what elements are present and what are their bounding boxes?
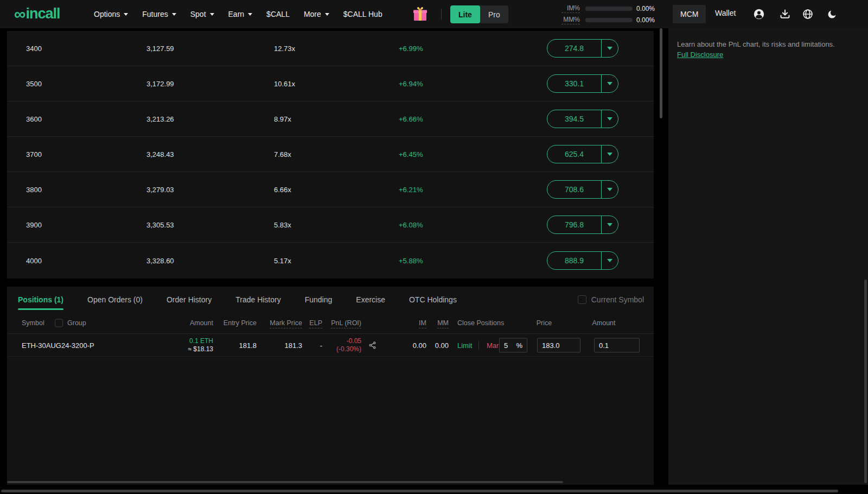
strike-value: 3900: [26, 221, 42, 229]
bid-dropdown-toggle[interactable]: [601, 145, 618, 163]
close-percent-input[interactable]: 5 %: [499, 338, 527, 352]
full-disclosure-link[interactable]: Full Disclosure: [677, 50, 723, 59]
current-symbol-filter[interactable]: Current Symbol: [578, 295, 644, 304]
gift-icon[interactable]: [412, 6, 428, 22]
menu-item[interactable]: Options: [94, 10, 128, 18]
margin-ratio-row: IM% 0.00%: [561, 4, 661, 13]
positions-tab[interactable]: Exercise: [356, 295, 385, 304]
bid-dropdown-toggle[interactable]: [601, 110, 618, 128]
strike-value: 3400: [26, 45, 42, 53]
close-limit-button[interactable]: Limit: [457, 341, 472, 349]
chevron-down-icon: [210, 13, 214, 16]
menu-item-label: More: [304, 10, 321, 18]
main-vertical-scrollbar[interactable]: [660, 28, 662, 118]
position-row: ETH-30AUG24-3200-P 0.1 ETH ≈ $18.13 181.…: [7, 334, 654, 357]
margin-ratio-value: 0.00%: [636, 5, 661, 12]
bid-price-dropdown-button[interactable]: 330.1: [547, 74, 618, 93]
margin-ratio-block: IM% 0.00% MM% 0.00%: [561, 4, 661, 24]
col-im[interactable]: IM: [419, 319, 426, 328]
bid-price-dropdown-button[interactable]: 274.8: [547, 39, 618, 58]
menu-item-label: Options: [94, 10, 120, 18]
account-icon[interactable]: [753, 8, 765, 20]
positions-tab[interactable]: OTC Holdings: [409, 295, 457, 304]
menu-item[interactable]: Earn: [228, 10, 253, 18]
apr-percent: +6.66%: [399, 115, 423, 123]
breakeven-price: 3,279.03: [146, 186, 174, 194]
col-group: Group: [67, 319, 86, 327]
col-price: Price: [517, 319, 571, 327]
bid-price-value: 708.6: [547, 181, 601, 198]
sidebar-vertical-scrollbar[interactable]: [864, 280, 867, 483]
share-pnl-icon[interactable]: [368, 341, 376, 349]
strike-value: 3800: [26, 186, 42, 194]
bid-price-dropdown-button[interactable]: 708.6: [547, 180, 618, 199]
close-price-input[interactable]: 183.0: [537, 338, 580, 352]
menu-item[interactable]: Futures: [142, 10, 176, 18]
menu-item[interactable]: More: [304, 10, 329, 18]
breakeven-price: 3,305.53: [146, 221, 174, 229]
leverage-value: 10.61x: [274, 80, 295, 88]
menu-item[interactable]: Spot: [190, 10, 214, 18]
position-im: 0.00: [399, 341, 426, 349]
options-strike-table: 3400 3,127.59 12.73x +6.99% 274.8 3500 3…: [7, 31, 654, 278]
chevron-down-icon: [607, 188, 612, 191]
chevron-down-icon: [248, 13, 252, 16]
menu-item[interactable]: $CALL: [266, 10, 290, 18]
positions-tab[interactable]: Order History: [167, 295, 212, 304]
bid-price-value: 394.5: [547, 110, 601, 128]
apr-percent: +6.94%: [399, 80, 423, 88]
margin-ratio-value: 0.00%: [636, 16, 661, 24]
menu-item[interactable]: $CALL Hub: [343, 10, 382, 18]
position-mm: 0.00: [430, 341, 449, 349]
apr-percent: +6.08%: [399, 221, 423, 229]
apr-percent: +5.88%: [399, 256, 423, 264]
leverage-value: 5.83x: [274, 221, 291, 229]
coincall-logo[interactable]: ∞incall: [14, 5, 60, 22]
chevron-down-icon: [325, 13, 329, 16]
bid-price-dropdown-button[interactable]: 625.4: [547, 145, 618, 163]
position-amount-usd: ≈ $18.13: [188, 345, 213, 353]
group-checkbox[interactable]: [55, 319, 63, 327]
positions-tab[interactable]: Trade History: [235, 295, 281, 304]
bid-dropdown-toggle[interactable]: [601, 181, 618, 198]
positions-tabs: Positions (1) Open Orders (0) Order Hist…: [7, 287, 654, 312]
disclosure-text: Learn about the PnL chart, its risks and…: [677, 39, 859, 49]
col-pnl-roi[interactable]: PnL (ROI): [331, 319, 361, 328]
margin-ratio-label: IM%: [561, 4, 580, 13]
positions-horizontal-scrollbar[interactable]: [7, 481, 563, 483]
strike-value: 3600: [26, 115, 42, 123]
bid-dropdown-toggle[interactable]: [601, 40, 618, 57]
page-horizontal-scrollbar[interactable]: [1, 490, 838, 492]
bid-dropdown-toggle[interactable]: [601, 75, 618, 92]
position-pnl-value: -0.05: [347, 337, 361, 345]
bid-dropdown-toggle[interactable]: [601, 216, 618, 233]
chevron-down-icon: [607, 259, 612, 262]
wallet-button[interactable]: Wallet: [715, 9, 736, 17]
mcm-button[interactable]: MCM: [673, 5, 706, 23]
pnl-disclosure-sidebar: Learn about the PnL chart, its risks and…: [668, 28, 868, 485]
bid-price-dropdown-button[interactable]: 796.8: [547, 216, 618, 234]
positions-tab[interactable]: Funding: [305, 295, 333, 304]
dark-mode-moon-icon[interactable]: [826, 8, 838, 20]
chevron-down-icon: [607, 153, 612, 156]
menu-item-label: Earn: [228, 10, 245, 18]
position-symbol: ETH-30AUG24-3200-P: [22, 341, 94, 349]
bid-price-dropdown-button[interactable]: 394.5: [547, 110, 618, 128]
download-icon[interactable]: [779, 8, 791, 20]
bid-price-value: 330.1: [547, 75, 601, 92]
bid-dropdown-toggle[interactable]: [601, 252, 618, 269]
positions-tab[interactable]: Open Orders (0): [87, 295, 143, 304]
strike-value: 3500: [26, 80, 42, 88]
positions-tab[interactable]: Positions (1): [18, 295, 63, 304]
language-globe-icon[interactable]: [802, 8, 814, 20]
bid-price-dropdown-button[interactable]: 888.9: [547, 251, 618, 270]
col-mark-price[interactable]: Mark Price: [270, 319, 302, 328]
current-symbol-checkbox[interactable]: [578, 295, 586, 304]
col-mm[interactable]: MM: [437, 319, 449, 328]
lite-toggle-button[interactable]: Lite: [450, 5, 480, 23]
col-elp[interactable]: ELP: [309, 319, 322, 328]
pro-toggle-button[interactable]: Pro: [480, 5, 508, 23]
percent-sign: %: [516, 341, 522, 349]
close-amount-input[interactable]: 0.1: [594, 338, 640, 352]
chevron-down-icon: [172, 13, 176, 16]
